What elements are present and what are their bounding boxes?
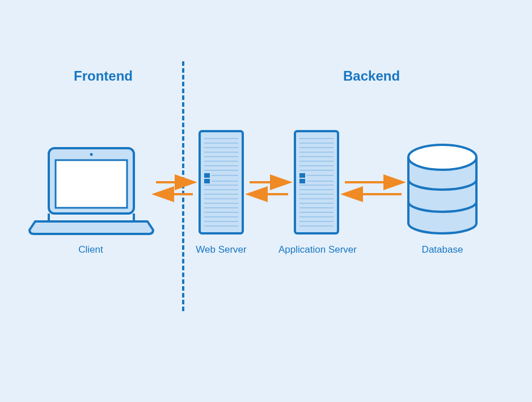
client-label: Client (34, 244, 147, 256)
laptop-icon (29, 148, 153, 234)
arrows-webserver-appserver (250, 182, 288, 194)
frontend-backend-divider (182, 61, 184, 311)
database-icon (408, 145, 476, 233)
arrows-client-webserver (156, 182, 193, 194)
svg-rect-50 (299, 173, 305, 178)
svg-rect-31 (295, 131, 338, 233)
app-server-icon (295, 131, 338, 233)
frontend-heading: Frontend (74, 68, 133, 84)
svg-rect-8 (200, 131, 243, 233)
svg-rect-1 (49, 148, 134, 213)
svg-point-2 (90, 153, 93, 156)
svg-rect-51 (299, 179, 305, 183)
database-label: Database (386, 244, 499, 256)
svg-rect-27 (204, 173, 210, 178)
svg-rect-3 (56, 160, 127, 208)
arrows-appserver-database (345, 182, 402, 194)
svg-rect-28 (204, 179, 210, 183)
diagram-canvas (0, 0, 532, 402)
web-server-icon (200, 131, 243, 233)
app-server-label: Application Server (261, 244, 374, 256)
svg-point-54 (408, 145, 476, 170)
backend-heading: Backend (343, 68, 400, 84)
